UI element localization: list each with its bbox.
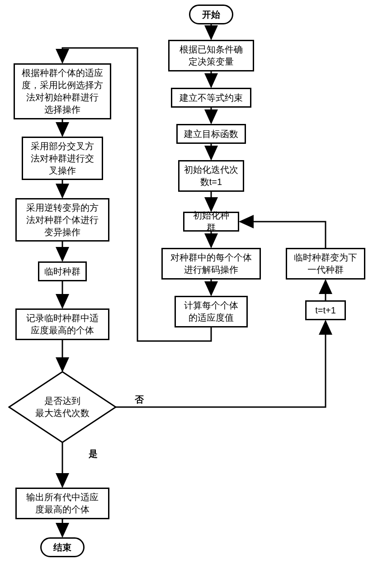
flow-edges [0, 0, 392, 588]
